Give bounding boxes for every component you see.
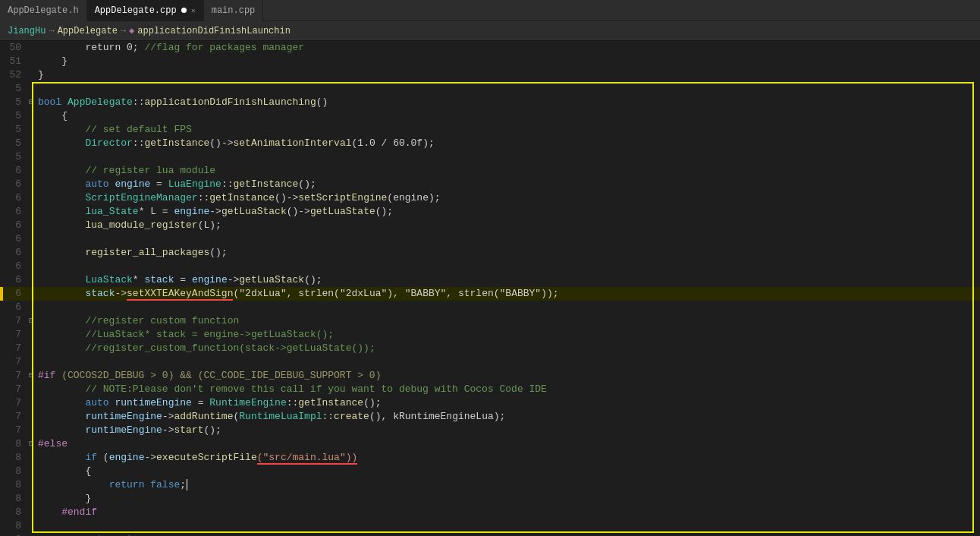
- token: ();: [316, 329, 334, 340]
- token: * L =: [139, 206, 174, 217]
- code-line: 5 {: [0, 109, 980, 123]
- line-content: {: [38, 109, 68, 123]
- line-content: if (engine->executeScriptFile("src/main.…: [38, 451, 357, 465]
- code-line: 6 // register lua module: [0, 164, 980, 178]
- token: AppDelegate: [68, 96, 133, 108]
- token: ()->: [209, 137, 233, 149]
- tab-bar: AppDelegate.h AppDelegate.cpp ✕ main.cpp: [0, 0, 980, 21]
- token: (1.0 / 60.0f);: [352, 137, 435, 149]
- token: ->: [228, 274, 240, 285]
- token: ::: [287, 397, 299, 408]
- token: // set default FPS: [38, 124, 192, 135]
- close-icon[interactable]: ✕: [191, 6, 196, 15]
- token: engine: [203, 329, 239, 340]
- token: //flag for packages manager: [144, 42, 304, 53]
- token: }: [38, 55, 68, 67]
- line-number: 7: [0, 424, 29, 437]
- method-icon: ◈: [129, 25, 134, 36]
- token: getLuaStack: [239, 274, 304, 285]
- line-number: 6: [0, 191, 29, 205]
- token: // register lua module: [38, 165, 215, 176]
- tab-appdelegate-cpp[interactable]: AppDelegate.cpp ✕: [87, 0, 204, 21]
- line-number: 6: [0, 232, 29, 246]
- token: =: [174, 274, 191, 285]
- line-content: //register custom function: [38, 314, 239, 328]
- project-name[interactable]: JiangHu: [8, 26, 46, 36]
- code-line: 8: [0, 519, 980, 533]
- code-line: 7 runtimeEngine->start();: [0, 424, 980, 437]
- token: engine: [174, 206, 209, 217]
- token: stack: [144, 274, 174, 285]
- token: ();: [298, 178, 316, 190]
- execution-marker: [0, 287, 3, 301]
- code-line: 6 ScriptEngineManager::getInstance()->se…: [0, 191, 980, 205]
- line-content: bool AppDelegate::applicationDidFinishLa…: [38, 96, 328, 109]
- fold-button[interactable]: ⊟: [29, 314, 36, 328]
- token: addRuntime: [174, 411, 233, 422]
- line-number: 7: [0, 342, 29, 355]
- token: [38, 452, 85, 463]
- token: executeScriptFile: [156, 452, 257, 463]
- token: ()->: [275, 192, 298, 203]
- fold-button[interactable]: ⊟: [29, 96, 36, 109]
- code-line: 8 if (engine->executeScriptFile("src/mai…: [0, 451, 980, 465]
- line-number: 7: [0, 383, 29, 396]
- token: }: [38, 69, 44, 80]
- code-line: 6: [0, 232, 980, 246]
- line-content: #else: [38, 437, 68, 451]
- code-line: 6 stack->setXXTEAKeyAndSign("2dxLua", st…: [0, 287, 980, 301]
- line-number: 6: [0, 178, 29, 191]
- code-line: 8 {: [0, 465, 980, 478]
- tab-main-cpp[interactable]: main.cpp: [204, 0, 264, 21]
- token: [38, 192, 85, 203]
- token: (), kRuntimeEngineLua);: [369, 411, 505, 422]
- line-number: 52: [0, 68, 29, 82]
- line-number: 8: [0, 506, 29, 519]
- token: ;: [180, 479, 186, 490]
- fold-button[interactable]: ⊟: [29, 437, 36, 451]
- token: setXXTEAKeyAndSign: [127, 288, 233, 301]
- method-name[interactable]: applicationDidFinishLaunchin: [137, 26, 291, 36]
- token: register_all_packages: [85, 247, 209, 258]
- token: //register custom function: [38, 315, 239, 326]
- token: [38, 247, 85, 258]
- line-number: 8: [0, 492, 29, 506]
- line-number: 6: [0, 205, 29, 219]
- code-line: 7 //LuaStack* stack = engine->getLuaStac…: [0, 328, 980, 342]
- code-line: 8⊟#else: [0, 437, 980, 451]
- token: * stack =: [144, 329, 203, 340]
- token: start: [174, 424, 203, 436]
- token: [38, 206, 85, 217]
- line-number: 6: [0, 219, 29, 232]
- code-line: 8 }: [0, 492, 980, 506]
- token: ::: [322, 411, 335, 422]
- line-content: runtimeEngine->addRuntime(RuntimeLuaImpl…: [38, 410, 505, 424]
- token: LuaStack: [97, 329, 144, 340]
- line-content: return false;: [38, 478, 193, 492]
- token: engine: [109, 452, 145, 463]
- token: applicationDidFinishLaunching: [144, 96, 316, 108]
- code-line: 5⊟bool AppDelegate::applicationDidFinish…: [0, 96, 980, 109]
- code-line: 8 return true;: [0, 533, 980, 536]
- class-name[interactable]: AppDelegate: [58, 26, 118, 36]
- token: [38, 137, 85, 149]
- line-content: // NOTE:Please don't remove this call if…: [38, 383, 547, 396]
- token: runtimeEngine: [85, 411, 162, 422]
- code-line: 7: [0, 355, 980, 369]
- code-line: 6 auto engine = LuaEngine::getInstance()…: [0, 178, 980, 191]
- breadcrumb: JiangHu → AppDelegate → ◈ applicationDid…: [0, 21, 980, 41]
- line-content: #if (COCOS2D_DEBUG > 0) && (CC_CODE_IDE_…: [38, 369, 381, 383]
- line-content: // register lua module: [38, 164, 215, 178]
- token: //: [38, 342, 97, 354]
- token: return 0;: [38, 42, 144, 53]
- fold-button[interactable]: ⊟: [29, 369, 36, 383]
- token: lua_State: [85, 206, 138, 217]
- code-line: 6 lua_State* L = engine->getLuaStack()->…: [0, 205, 980, 219]
- token: LuaEngine: [168, 178, 221, 190]
- code-line: 7⊟ //register custom function: [0, 314, 980, 328]
- modified-indicator: [181, 8, 187, 13]
- token: [38, 178, 85, 190]
- token: ::: [198, 192, 210, 203]
- tab-appdelegate-h[interactable]: AppDelegate.h: [0, 0, 87, 21]
- line-number: 6: [0, 301, 29, 314]
